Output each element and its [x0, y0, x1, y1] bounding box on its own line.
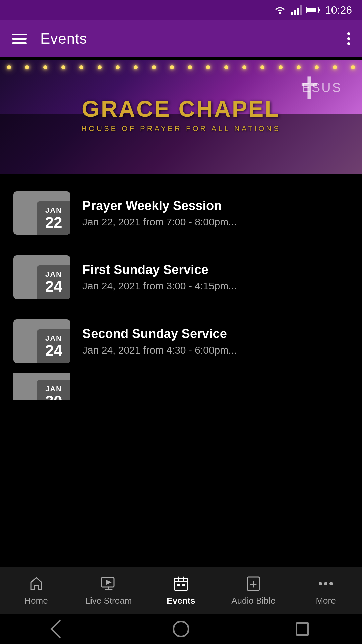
event-datetime: Jan 22, 2021 from 7:00 - 8:00pm... [82, 216, 349, 228]
event-datetime: Jan 24, 2021 from 3:00 - 4:15pm... [82, 280, 349, 292]
page-title: Events [40, 30, 334, 47]
church-name: GRACE CHAPEL [81, 96, 281, 122]
event-info: Second Sunday Service Jan 24, 2021 from … [82, 327, 349, 356]
bottom-navigation: Home Live Stream Events [0, 567, 362, 614]
event-thumbnail: JAN 30 [13, 373, 70, 400]
event-item[interactable]: JAN 24 Second Sunday Service Jan 24, 202… [0, 309, 362, 373]
svg-rect-1 [291, 12, 293, 15]
nav-label-events: Events [167, 596, 195, 606]
app-header: Events [0, 20, 362, 57]
event-day: 24 [45, 343, 62, 358]
jesus-text: ESUS [302, 80, 342, 95]
event-item[interactable]: JAN 22 Prayer Weekly Session Jan 22, 202… [0, 181, 362, 245]
nav-item-more[interactable]: More [290, 572, 362, 609]
nav-label-livestream: Live Stream [85, 596, 132, 606]
svg-rect-16 [177, 584, 180, 586]
svg-marker-9 [106, 580, 112, 585]
calendar-date-box: JAN 22 [37, 201, 70, 235]
event-day: 24 [45, 279, 62, 294]
event-info: Prayer Weekly Session Jan 22, 2021 from … [82, 199, 349, 228]
nav-item-audiobible[interactable]: Audio Bible [217, 572, 290, 609]
nav-label-home: Home [24, 596, 48, 606]
event-item-partial: JAN 30 [0, 373, 362, 400]
battery-icon [306, 6, 320, 14]
event-item[interactable]: JAN 24 First Sunday Service Jan 24, 2021… [0, 245, 362, 309]
status-icons: 10:26 [274, 4, 352, 16]
status-bar: 10:26 [0, 0, 362, 20]
android-back-button[interactable] [50, 620, 69, 639]
nav-item-home[interactable]: Home [0, 572, 72, 609]
svg-point-0 [279, 12, 281, 14]
svg-rect-4 [300, 5, 302, 15]
signal-icon [291, 5, 302, 15]
svg-rect-17 [182, 584, 185, 586]
svg-point-23 [329, 582, 333, 585]
svg-rect-3 [297, 8, 299, 15]
svg-point-21 [319, 582, 322, 585]
events-icon [172, 575, 190, 592]
event-thumbnail: JAN 24 [13, 255, 70, 299]
android-recents-button[interactable] [296, 622, 309, 636]
svg-rect-6 [307, 8, 316, 12]
svg-rect-12 [174, 578, 188, 590]
event-day: 22 [45, 215, 62, 230]
nav-item-events[interactable]: Events [145, 572, 217, 609]
church-banner: ✝ ESUS GRACE CHAPEL HOUSE OF PRAYER FOR … [0, 60, 362, 174]
home-icon [27, 575, 45, 592]
event-datetime: Jan 24, 2021 from 4:30 - 6:00pm... [82, 344, 349, 356]
nav-label-audiobible: Audio Bible [231, 596, 276, 606]
more-options-button[interactable] [347, 32, 350, 45]
calendar-date-box: JAN 24 [37, 329, 70, 363]
wifi-icon [274, 5, 286, 15]
calendar-date-box: JAN 24 [37, 265, 70, 299]
event-info: First Sunday Service Jan 24, 2021 from 3… [82, 263, 349, 292]
church-subtitle: HOUSE OF PRAYER FOR ALL NATIONS [81, 124, 281, 133]
event-name: First Sunday Service [82, 263, 349, 277]
bible-icon [245, 575, 262, 592]
more-icon [317, 575, 335, 592]
svg-point-22 [324, 582, 327, 585]
android-nav-bar [0, 614, 362, 644]
event-day: 30 [45, 393, 62, 400]
livestream-icon [100, 575, 117, 592]
svg-rect-2 [294, 10, 296, 15]
event-list: JAN 22 Prayer Weekly Session Jan 22, 202… [0, 174, 362, 407]
event-thumbnail: JAN 22 [13, 191, 70, 235]
svg-rect-7 [319, 9, 320, 11]
banner-text-overlay: GRACE CHAPEL HOUSE OF PRAYER FOR ALL NAT… [81, 96, 281, 133]
event-name: Second Sunday Service [82, 327, 349, 341]
nav-label-more: More [316, 596, 336, 606]
event-name: Prayer Weekly Session [82, 199, 349, 213]
nav-item-livestream[interactable]: Live Stream [72, 572, 145, 609]
android-home-button[interactable] [173, 621, 189, 637]
calendar-date-box: JAN 30 [37, 380, 70, 400]
hamburger-menu-button[interactable] [12, 34, 27, 44]
event-thumbnail: JAN 24 [13, 319, 70, 363]
status-time: 10:26 [325, 4, 352, 16]
